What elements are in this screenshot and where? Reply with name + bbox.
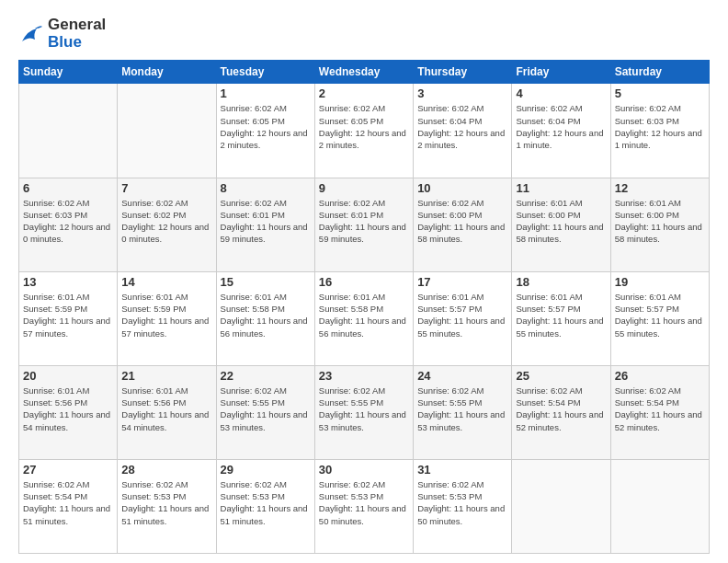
day-info: Sunrise: 6:02 AM Sunset: 6:01 PM Dayligh… bbox=[221, 197, 311, 246]
calendar-cell: 30Sunrise: 6:02 AM Sunset: 5:53 PM Dayli… bbox=[314, 459, 413, 553]
day-info: Sunrise: 6:02 AM Sunset: 5:53 PM Dayligh… bbox=[319, 478, 409, 527]
day-info: Sunrise: 6:02 AM Sunset: 5:54 PM Dayligh… bbox=[615, 385, 705, 433]
weekday-header-monday: Monday bbox=[118, 61, 216, 84]
calendar-cell: 8Sunrise: 6:02 AM Sunset: 6:01 PM Daylig… bbox=[216, 178, 314, 271]
day-number: 9 bbox=[319, 181, 409, 195]
day-number: 26 bbox=[615, 369, 705, 383]
day-info: Sunrise: 6:02 AM Sunset: 6:01 PM Dayligh… bbox=[319, 197, 409, 246]
day-number: 19 bbox=[615, 275, 705, 289]
calendar-cell bbox=[19, 84, 118, 178]
calendar-week-row: 1Sunrise: 6:02 AM Sunset: 6:05 PM Daylig… bbox=[19, 84, 710, 178]
calendar-cell: 5Sunrise: 6:02 AM Sunset: 6:03 PM Daylig… bbox=[610, 84, 709, 178]
day-info: Sunrise: 6:01 AM Sunset: 5:57 PM Dayligh… bbox=[516, 291, 606, 339]
weekday-header-row: SundayMondayTuesdayWednesdayThursdayFrid… bbox=[19, 61, 710, 84]
calendar-cell: 16Sunrise: 6:01 AM Sunset: 5:58 PM Dayli… bbox=[314, 271, 413, 365]
calendar-week-row: 27Sunrise: 6:02 AM Sunset: 5:54 PM Dayli… bbox=[19, 459, 710, 553]
day-number: 18 bbox=[516, 275, 606, 289]
header: General Blue bbox=[18, 17, 710, 51]
calendar-cell: 9Sunrise: 6:02 AM Sunset: 6:01 PM Daylig… bbox=[314, 178, 413, 271]
calendar-cell: 18Sunrise: 6:01 AM Sunset: 5:57 PM Dayli… bbox=[512, 271, 610, 365]
calendar-cell: 31Sunrise: 6:02 AM Sunset: 5:53 PM Dayli… bbox=[414, 459, 512, 553]
day-info: Sunrise: 6:02 AM Sunset: 6:02 PM Dayligh… bbox=[121, 197, 211, 246]
day-info: Sunrise: 6:01 AM Sunset: 6:00 PM Dayligh… bbox=[615, 197, 705, 246]
day-number: 8 bbox=[221, 181, 311, 195]
day-number: 30 bbox=[319, 463, 409, 477]
day-info: Sunrise: 6:01 AM Sunset: 5:59 PM Dayligh… bbox=[23, 291, 113, 339]
day-info: Sunrise: 6:02 AM Sunset: 6:03 PM Dayligh… bbox=[23, 197, 113, 246]
day-info: Sunrise: 6:02 AM Sunset: 6:04 PM Dayligh… bbox=[417, 102, 507, 151]
calendar-cell bbox=[118, 84, 216, 178]
weekday-header-friday: Friday bbox=[512, 61, 610, 84]
weekday-header-thursday: Thursday bbox=[414, 61, 512, 84]
calendar-cell: 10Sunrise: 6:02 AM Sunset: 6:00 PM Dayli… bbox=[414, 178, 512, 271]
day-number: 13 bbox=[23, 275, 113, 289]
calendar-cell bbox=[512, 459, 610, 553]
calendar-table: SundayMondayTuesdayWednesdayThursdayFrid… bbox=[18, 60, 710, 554]
calendar-cell: 11Sunrise: 6:01 AM Sunset: 6:00 PM Dayli… bbox=[512, 178, 610, 271]
day-number: 15 bbox=[221, 275, 311, 289]
weekday-header-wednesday: Wednesday bbox=[314, 61, 413, 84]
calendar-cell: 6Sunrise: 6:02 AM Sunset: 6:03 PM Daylig… bbox=[19, 178, 118, 271]
calendar-week-row: 6Sunrise: 6:02 AM Sunset: 6:03 PM Daylig… bbox=[19, 178, 710, 271]
calendar-cell: 1Sunrise: 6:02 AM Sunset: 6:05 PM Daylig… bbox=[216, 84, 314, 178]
day-number: 5 bbox=[615, 86, 705, 100]
day-info: Sunrise: 6:01 AM Sunset: 5:59 PM Dayligh… bbox=[121, 291, 211, 339]
calendar-cell: 14Sunrise: 6:01 AM Sunset: 5:59 PM Dayli… bbox=[118, 271, 216, 365]
day-info: Sunrise: 6:01 AM Sunset: 5:56 PM Dayligh… bbox=[23, 385, 113, 433]
day-number: 3 bbox=[417, 86, 507, 100]
day-number: 28 bbox=[121, 463, 211, 477]
day-number: 23 bbox=[319, 369, 409, 383]
calendar-cell: 20Sunrise: 6:01 AM Sunset: 5:56 PM Dayli… bbox=[19, 365, 118, 459]
day-info: Sunrise: 6:01 AM Sunset: 5:57 PM Dayligh… bbox=[615, 291, 705, 339]
day-number: 11 bbox=[516, 181, 606, 195]
calendar-cell: 23Sunrise: 6:02 AM Sunset: 5:55 PM Dayli… bbox=[314, 365, 413, 459]
day-number: 31 bbox=[417, 463, 507, 477]
calendar-cell: 26Sunrise: 6:02 AM Sunset: 5:54 PM Dayli… bbox=[610, 365, 709, 459]
day-number: 21 bbox=[121, 369, 211, 383]
day-info: Sunrise: 6:02 AM Sunset: 5:53 PM Dayligh… bbox=[121, 478, 211, 527]
day-number: 22 bbox=[221, 369, 311, 383]
day-info: Sunrise: 6:02 AM Sunset: 5:53 PM Dayligh… bbox=[221, 478, 311, 527]
calendar-cell: 27Sunrise: 6:02 AM Sunset: 5:54 PM Dayli… bbox=[19, 459, 118, 553]
calendar-cell bbox=[610, 459, 709, 553]
calendar-cell: 29Sunrise: 6:02 AM Sunset: 5:53 PM Dayli… bbox=[216, 459, 314, 553]
day-number: 27 bbox=[23, 463, 113, 477]
day-number: 29 bbox=[221, 463, 311, 477]
calendar-cell: 3Sunrise: 6:02 AM Sunset: 6:04 PM Daylig… bbox=[414, 84, 512, 178]
calendar-cell: 4Sunrise: 6:02 AM Sunset: 6:04 PM Daylig… bbox=[512, 84, 610, 178]
calendar-cell: 25Sunrise: 6:02 AM Sunset: 5:54 PM Dayli… bbox=[512, 365, 610, 459]
calendar-cell: 17Sunrise: 6:01 AM Sunset: 5:57 PM Dayli… bbox=[414, 271, 512, 365]
calendar-cell: 7Sunrise: 6:02 AM Sunset: 6:02 PM Daylig… bbox=[118, 178, 216, 271]
day-number: 1 bbox=[221, 86, 311, 100]
calendar-week-row: 13Sunrise: 6:01 AM Sunset: 5:59 PM Dayli… bbox=[19, 271, 710, 365]
day-number: 16 bbox=[319, 275, 409, 289]
weekday-header-tuesday: Tuesday bbox=[216, 61, 314, 84]
day-info: Sunrise: 6:01 AM Sunset: 5:56 PM Dayligh… bbox=[121, 385, 211, 433]
calendar-week-row: 20Sunrise: 6:01 AM Sunset: 5:56 PM Dayli… bbox=[19, 365, 710, 459]
calendar-cell: 28Sunrise: 6:02 AM Sunset: 5:53 PM Dayli… bbox=[118, 459, 216, 553]
day-number: 14 bbox=[121, 275, 211, 289]
day-number: 24 bbox=[417, 369, 507, 383]
day-number: 6 bbox=[23, 181, 113, 195]
logo-icon bbox=[18, 21, 44, 47]
day-info: Sunrise: 6:02 AM Sunset: 6:05 PM Dayligh… bbox=[221, 102, 311, 151]
calendar-cell: 2Sunrise: 6:02 AM Sunset: 6:05 PM Daylig… bbox=[314, 84, 413, 178]
day-number: 25 bbox=[516, 369, 606, 383]
weekday-header-saturday: Saturday bbox=[610, 61, 709, 84]
day-info: Sunrise: 6:02 AM Sunset: 5:55 PM Dayligh… bbox=[221, 385, 311, 433]
day-info: Sunrise: 6:02 AM Sunset: 5:55 PM Dayligh… bbox=[319, 385, 409, 433]
calendar-cell: 13Sunrise: 6:01 AM Sunset: 5:59 PM Dayli… bbox=[19, 271, 118, 365]
logo-text: General Blue bbox=[48, 17, 106, 51]
day-number: 4 bbox=[516, 86, 606, 100]
day-info: Sunrise: 6:01 AM Sunset: 6:00 PM Dayligh… bbox=[516, 197, 606, 246]
page: General Blue SundayMondayTuesdayWednesda… bbox=[0, 0, 728, 563]
weekday-header-sunday: Sunday bbox=[19, 61, 118, 84]
logo: General Blue bbox=[18, 17, 106, 51]
day-info: Sunrise: 6:02 AM Sunset: 6:05 PM Dayligh… bbox=[319, 102, 409, 151]
day-info: Sunrise: 6:02 AM Sunset: 6:04 PM Dayligh… bbox=[516, 102, 606, 151]
calendar-cell: 19Sunrise: 6:01 AM Sunset: 5:57 PM Dayli… bbox=[610, 271, 709, 365]
day-info: Sunrise: 6:02 AM Sunset: 6:03 PM Dayligh… bbox=[615, 102, 705, 151]
day-info: Sunrise: 6:02 AM Sunset: 5:55 PM Dayligh… bbox=[417, 385, 507, 433]
calendar-cell: 22Sunrise: 6:02 AM Sunset: 5:55 PM Dayli… bbox=[216, 365, 314, 459]
day-number: 2 bbox=[319, 86, 409, 100]
